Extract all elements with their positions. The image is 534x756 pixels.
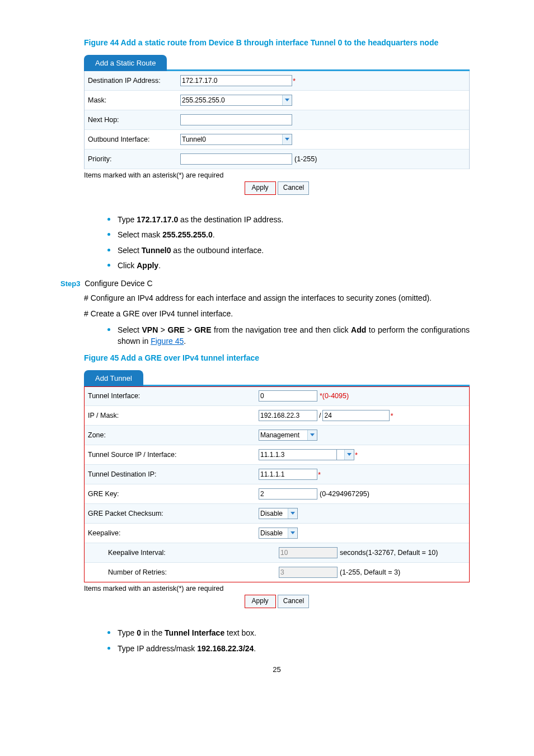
gre-checksum-label: GRE Packet Checksum:: [88, 510, 259, 517]
svg-marker-3: [347, 453, 352, 456]
list-item: Click Apply.: [118, 260, 470, 271]
keepalive-label: Keepalive:: [88, 529, 259, 537]
priority-input[interactable]: [180, 153, 292, 165]
required-asterisk: *: [390, 412, 393, 420]
tunnel-dst-label: Tunnel Destination IP:: [88, 470, 259, 478]
figure-45-title: Figure 45 Add a GRE over IPv4 tunnel int…: [84, 353, 470, 362]
tunnel-src-label: Tunnel Source IP / Interface:: [88, 451, 259, 459]
required-note: Items marked with an asterisk(*) are req…: [84, 171, 470, 179]
chevron-down-icon: [282, 134, 292, 144]
retries-hint: (1-255, Default = 3): [340, 568, 400, 576]
retries-label: Number of Retries:: [88, 568, 279, 576]
retries-input: [279, 567, 338, 578]
tunnel-interface-label: Tunnel Interface:: [88, 392, 259, 400]
slash-separator: /: [319, 412, 321, 419]
svg-marker-5: [291, 531, 295, 534]
gre-checksum-value: Disable: [260, 510, 283, 517]
mask-select[interactable]: 255.255.255.0: [180, 95, 292, 106]
keepalive-value: Disable: [260, 529, 283, 537]
nexthop-input[interactable]: [180, 114, 292, 125]
gre-key-hint: (0-4294967295): [320, 490, 369, 498]
keepalive-select[interactable]: Disable: [259, 528, 298, 539]
required-asterisk: *: [293, 77, 296, 85]
dest-ip-input[interactable]: [180, 75, 292, 86]
list-item: Select VPN > GRE > GRE from the navigati…: [118, 324, 470, 347]
gre-key-label: GRE Key:: [88, 490, 259, 498]
gre-key-input[interactable]: [259, 488, 317, 500]
apply-button[interactable]: Apply: [245, 181, 276, 195]
step3-text2: # Create a GRE over IPv4 tunnel interfac…: [84, 308, 470, 319]
keepalive-interval-input: [279, 547, 338, 558]
priority-label: Priority:: [88, 155, 180, 163]
keepalive-interval-label: Keepalive Interval:: [88, 549, 279, 557]
list-item: Type 172.17.17.0 as the destination IP a…: [118, 214, 470, 225]
chevron-down-icon: [282, 95, 292, 105]
list-item: Type 0 in the Tunnel Interface text box.: [118, 627, 470, 638]
ip-input[interactable]: [259, 410, 317, 421]
cancel-button[interactable]: Cancel: [278, 181, 309, 195]
figure-44-title: Figure 44 Add a static route from Device…: [84, 38, 470, 47]
zone-value: Management: [260, 431, 299, 439]
svg-marker-4: [291, 512, 295, 515]
apply-button[interactable]: Apply: [245, 595, 276, 608]
tunnel-interface-hint: *(0-4095): [320, 392, 349, 400]
chevron-down-icon: [288, 528, 297, 538]
chevron-down-icon: [344, 450, 354, 460]
figure-45-link[interactable]: Figure 45: [151, 337, 184, 346]
keepalive-interval-hint: seconds(1-32767, Default = 10): [340, 549, 438, 557]
tunnel-dst-input[interactable]: [259, 469, 317, 480]
priority-hint: (1-255): [294, 155, 317, 163]
required-note: Items marked with an asterisk(*) are req…: [84, 585, 470, 592]
mask-value: 255.255.255.0: [182, 96, 225, 104]
static-route-tab[interactable]: Add a Static Route: [84, 55, 167, 71]
svg-marker-0: [285, 99, 289, 101]
add-tunnel-panel: Add Tunnel Tunnel Interface: *(0-4095) I…: [84, 370, 470, 608]
page-number: 25: [84, 665, 470, 674]
zone-label: Zone:: [88, 431, 259, 439]
step3-text1: # Configure an IPv4 address for each int…: [84, 292, 470, 304]
tunnel-src-select[interactable]: [336, 449, 354, 460]
outbound-if-label: Outbound Interface:: [88, 136, 180, 143]
static-route-panel: Add a Static Route Destination IP Addres…: [84, 55, 470, 195]
required-asterisk: *: [355, 451, 358, 459]
mask-input[interactable]: [322, 410, 390, 421]
chevron-down-icon: [307, 430, 317, 440]
ip-mask-label: IP / Mask:: [88, 412, 259, 419]
dest-ip-label: Destination IP Address:: [88, 77, 180, 85]
list-item: Type IP address/mask 192.168.22.3/24.: [118, 643, 470, 654]
nexthop-label: Next Hop:: [88, 116, 180, 124]
gre-checksum-select[interactable]: Disable: [259, 508, 298, 519]
add-tunnel-tab[interactable]: Add Tunnel: [84, 370, 143, 386]
list-item: Select Tunnel0 as the outbound interface…: [118, 245, 470, 256]
svg-marker-2: [310, 433, 315, 436]
outbound-if-select[interactable]: Tunnel0: [180, 134, 292, 145]
tunnel-interface-input[interactable]: [259, 390, 317, 402]
cancel-button[interactable]: Cancel: [278, 595, 309, 608]
zone-select[interactable]: Management: [259, 430, 317, 441]
step3-heading: Step3 Configure Device C: [60, 279, 470, 288]
required-asterisk: *: [318, 470, 321, 479]
svg-marker-1: [285, 138, 289, 141]
list-item: Select mask 255.255.255.0.: [118, 229, 470, 240]
tunnel-src-input[interactable]: [259, 449, 337, 460]
outbound-if-value: Tunnel0: [182, 136, 206, 143]
chevron-down-icon: [288, 508, 297, 519]
mask-label: Mask:: [88, 96, 180, 104]
